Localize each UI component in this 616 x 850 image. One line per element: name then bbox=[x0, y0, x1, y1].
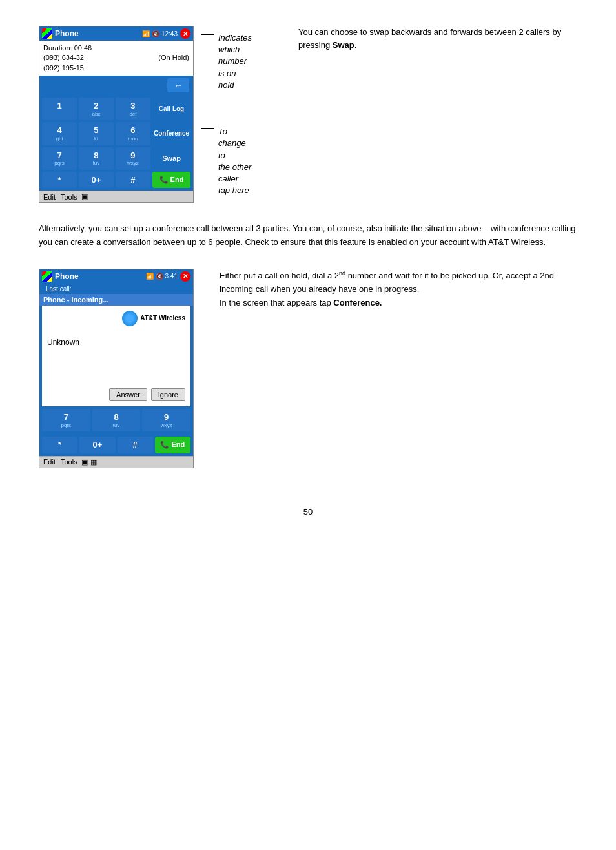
caller2-row: (092) 195-15 bbox=[43, 63, 189, 73]
windows-logo-icon-2 bbox=[42, 271, 52, 282]
call-duration: Duration: 00:46 bbox=[43, 43, 189, 53]
answer-button[interactable]: Answer bbox=[109, 388, 147, 401]
page-content: Phone 📶 🔇 12:43 ✕ Duration: 00:46 (093) … bbox=[39, 26, 577, 517]
volume-icon: 🔇 bbox=[152, 30, 159, 37]
key-5[interactable]: 5kl bbox=[79, 122, 114, 145]
phone2-keypad-row1: 7pqrs 8tuv 9wxyz bbox=[39, 406, 193, 434]
top-section: Phone 📶 🔇 12:43 ✕ Duration: 00:46 (093) … bbox=[39, 26, 577, 203]
phone1-callout-wrapper: Phone 📶 🔇 12:43 ✕ Duration: 00:46 (093) … bbox=[39, 26, 260, 203]
edit-button-1[interactable]: Edit bbox=[42, 193, 57, 201]
volume-icon-2: 🔇 bbox=[156, 273, 163, 280]
conference-tap-text: In the screen that appears tap bbox=[220, 298, 333, 307]
on-hold-label: (On Hold) bbox=[158, 53, 189, 63]
conference-instruction: Either put a call on hold, dial a 2nd nu… bbox=[220, 269, 577, 296]
swap-button[interactable]: Swap bbox=[152, 147, 190, 170]
key-9[interactable]: 9wxyz bbox=[116, 147, 150, 170]
middle-paragraph: Alternatively, you can set up a conferen… bbox=[39, 222, 577, 249]
end-call-button-1[interactable]: 📞 End bbox=[152, 172, 190, 189]
callout-line-1 bbox=[201, 32, 214, 35]
phone2-keypad-row2: * 0+ # 📞 End bbox=[39, 434, 193, 456]
windows-logo-icon bbox=[42, 28, 52, 39]
ignore-button[interactable]: Ignore bbox=[151, 388, 185, 401]
time-display: 12:43 bbox=[161, 30, 178, 37]
phone1-toolbar: Edit Tools ▣ bbox=[39, 191, 193, 202]
phone1-titlebar: Phone 📶 🔇 12:43 ✕ bbox=[39, 26, 193, 41]
incoming-overlay: Phone - Incoming... AT&T Wireless Unknow… bbox=[39, 294, 193, 406]
callout-tap-here-text: To change tothe othercaller tap here bbox=[218, 126, 252, 196]
key-3[interactable]: 3def bbox=[116, 98, 150, 120]
call-log-button[interactable]: Call Log bbox=[152, 98, 190, 120]
phone1-info: Duration: 00:46 (093) 634-32 (On Hold) (… bbox=[39, 41, 193, 76]
key-8[interactable]: 8tuv bbox=[79, 147, 114, 170]
last-call-bar: Last call: bbox=[39, 284, 193, 294]
phone1-close-button[interactable]: ✕ bbox=[180, 28, 190, 39]
phone2-title: Phone bbox=[55, 272, 143, 281]
caller2-number: (092) 195-15 bbox=[43, 63, 84, 73]
conference-tap-instruction: In the screen that appears tap Conferenc… bbox=[220, 296, 577, 310]
key-1[interactable]: 1 bbox=[42, 98, 77, 120]
page-number: 50 bbox=[39, 507, 577, 517]
key-6[interactable]: 6mno bbox=[116, 122, 150, 145]
phone2-close-button[interactable]: ✕ bbox=[180, 271, 190, 282]
phone1-keypad: 1 2abc 3def Call Log 4ghi 5kl 6mno Confe… bbox=[39, 95, 193, 191]
att-circle-icon bbox=[122, 311, 138, 326]
bottom-section: Phone 📶 🔇 3:41 ✕ Last call: Phone - Inco… bbox=[39, 269, 577, 468]
callout-on-hold: Indicateswhichnumber is onhold bbox=[201, 32, 252, 91]
caller1-row: (093) 634-32 (On Hold) bbox=[43, 53, 189, 63]
key-7[interactable]: 7pqrs bbox=[42, 147, 77, 170]
callout-tap-here: To change tothe othercaller tap here bbox=[201, 126, 252, 196]
backspace-button[interactable]: ← bbox=[167, 78, 189, 92]
conference-description: Alternatively, you can set up a conferen… bbox=[39, 222, 577, 249]
phone1-title: Phone bbox=[55, 29, 139, 38]
key2-star[interactable]: * bbox=[42, 437, 77, 453]
phone1-callouts: Indicateswhichnumber is onhold To change… bbox=[194, 26, 260, 203]
conference-text-1: Either put a call on hold, dial a 2nd nu… bbox=[220, 271, 554, 294]
toolbar-icon-2: ▣ bbox=[81, 458, 88, 466]
phone1-status-icons: 📶 🔇 12:43 bbox=[142, 30, 178, 37]
phone2-status-icons: 📶 🔇 3:41 bbox=[146, 273, 178, 280]
incoming-body: AT&T Wireless Unknown Answer Ignore bbox=[42, 306, 190, 406]
key-4[interactable]: 4ghi bbox=[42, 122, 77, 145]
conference-bold: Conference. bbox=[333, 298, 382, 307]
key2-9[interactable]: 9wxyz bbox=[142, 409, 190, 431]
bottom-right-text: Either put a call on hold, dial a 2nd nu… bbox=[220, 269, 577, 310]
phone2-titlebar: Phone 📶 🔇 3:41 ✕ bbox=[39, 269, 193, 284]
swap-bold: Swap bbox=[333, 40, 354, 50]
phone-screen-2: Phone 📶 🔇 3:41 ✕ Last call: Phone - Inco… bbox=[39, 269, 194, 468]
key2-7[interactable]: 7pqrs bbox=[42, 409, 90, 431]
incoming-call-buttons: Answer Ignore bbox=[47, 383, 185, 401]
toolbar-icon-3: ▦ bbox=[90, 458, 97, 466]
att-logo: AT&T Wireless bbox=[122, 311, 185, 326]
signal-icon: 📶 bbox=[142, 30, 150, 37]
signal-icon-2: 📶 bbox=[146, 273, 154, 280]
att-label: AT&T Wireless bbox=[140, 315, 185, 322]
callout-on-hold-text: Indicateswhichnumber is onhold bbox=[218, 32, 252, 91]
incoming-header: Phone - Incoming... bbox=[39, 294, 193, 306]
conference-button[interactable]: Conference bbox=[152, 122, 190, 145]
end-call-button-2[interactable]: 📞 End bbox=[155, 437, 190, 453]
unknown-caller-label: Unknown bbox=[47, 331, 79, 353]
tools-button-2[interactable]: Tools bbox=[59, 458, 79, 466]
toolbar-icon-1: ▣ bbox=[81, 192, 88, 201]
callout-line-2 bbox=[201, 126, 214, 129]
edit-button-2[interactable]: Edit bbox=[42, 458, 57, 466]
phone-screen-1: Phone 📶 🔇 12:43 ✕ Duration: 00:46 (093) … bbox=[39, 26, 194, 203]
key-2[interactable]: 2abc bbox=[79, 98, 114, 120]
caller1-number: (093) 634-32 bbox=[43, 53, 84, 63]
superscript-nd: nd bbox=[339, 270, 345, 276]
key-hash[interactable]: # bbox=[116, 172, 150, 189]
top-right-text: You can choose to swap backwards and for… bbox=[298, 26, 577, 51]
swap-period: . bbox=[354, 40, 357, 50]
key-0[interactable]: 0+ bbox=[79, 172, 114, 189]
key2-8[interactable]: 8tuv bbox=[92, 409, 141, 431]
tools-button-1[interactable]: Tools bbox=[59, 193, 79, 201]
phone1-backspace-area: ← bbox=[39, 76, 193, 95]
swap-description: You can choose to swap backwards and for… bbox=[298, 26, 577, 51]
phone2-toolbar: Edit Tools ▣ ▦ bbox=[39, 456, 193, 468]
time-display-2: 3:41 bbox=[165, 273, 178, 280]
last-call-label: Last call: bbox=[43, 285, 74, 293]
key-star[interactable]: * bbox=[42, 172, 77, 189]
key2-hash[interactable]: # bbox=[118, 437, 153, 453]
key2-0[interactable]: 0+ bbox=[79, 437, 115, 453]
